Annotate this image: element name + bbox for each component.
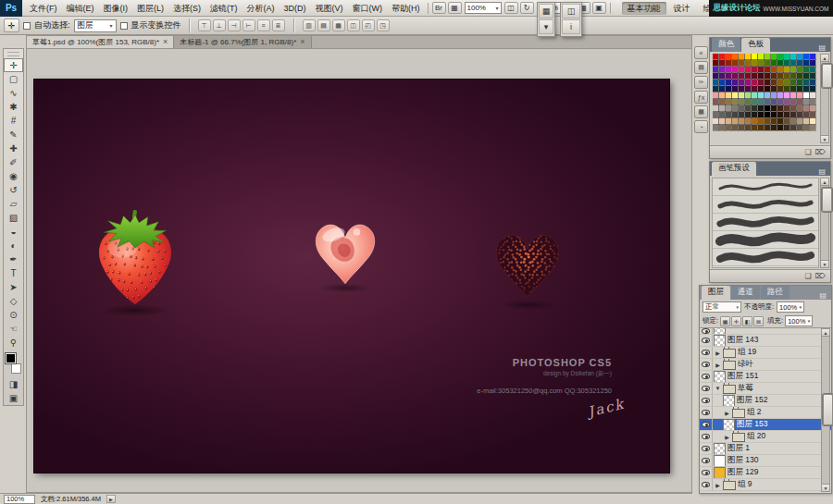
color-swatch[interactable]: [777, 80, 783, 85]
scroll-down-icon[interactable]: ▼: [821, 135, 828, 142]
color-swatch[interactable]: [803, 80, 809, 85]
color-swatch[interactable]: [713, 80, 718, 85]
color-swatch[interactable]: [765, 118, 770, 124]
visibility-toggle[interactable]: [700, 407, 713, 418]
color-swatch[interactable]: [797, 92, 802, 98]
color-swatch[interactable]: [784, 105, 789, 111]
fill-field[interactable]: 100%: [785, 315, 813, 326]
color-swatch[interactable]: [771, 60, 777, 66]
color-swatch[interactable]: [726, 86, 731, 92]
color-swatch[interactable]: [790, 73, 796, 79]
color-swatch[interactable]: [713, 60, 718, 66]
align-icon[interactable]: ≣: [272, 19, 285, 31]
color-swatch[interactable]: [790, 105, 796, 111]
3d-rotate-tool[interactable]: ⊙: [4, 308, 23, 322]
menu-item[interactable]: 图层(L): [132, 0, 168, 17]
color-swatch[interactable]: [790, 60, 796, 66]
color-swatch[interactable]: [765, 92, 770, 98]
color-swatch[interactable]: [719, 125, 725, 130]
layer-group-row[interactable]: ▶组 20: [700, 431, 831, 443]
layer-row[interactable]: 图层 152: [700, 395, 831, 407]
color-swatch[interactable]: [797, 80, 802, 85]
brush-preset[interactable]: [713, 196, 818, 214]
color-swatch[interactable]: [797, 73, 802, 79]
lock-button[interactable]: ◧: [742, 316, 752, 326]
scrollbar[interactable]: ▲ ▼: [821, 328, 830, 492]
menu-item[interactable]: 滤镜(T): [205, 0, 242, 17]
color-swatch[interactable]: [719, 112, 725, 117]
color-swatch[interactable]: [739, 92, 744, 98]
color-swatch[interactable]: [765, 54, 770, 59]
collapsed-panel-button[interactable]: ✑: [694, 76, 708, 89]
collapsed-panel-button[interactable]: ▦: [694, 105, 708, 118]
color-swatch[interactable]: [771, 92, 777, 98]
menu-item[interactable]: 视图(V): [311, 0, 348, 17]
workspace-button[interactable]: 设计: [668, 2, 696, 15]
color-swatch[interactable]: [713, 86, 718, 92]
panel-menu-icon[interactable]: [815, 167, 828, 176]
close-icon[interactable]: [163, 38, 168, 46]
color-swatch[interactable]: [777, 54, 783, 59]
zoom-tool[interactable]: ⚲: [4, 336, 23, 350]
new-brush-button[interactable]: ❏: [805, 272, 812, 280]
color-swatch[interactable]: [732, 112, 738, 117]
color-swatch[interactable]: [732, 118, 738, 124]
color-swatch[interactable]: [732, 99, 738, 104]
color-swatch[interactable]: [803, 73, 809, 79]
color-swatch[interactable]: [758, 99, 764, 104]
color-swatch[interactable]: [810, 118, 815, 124]
scrollbar[interactable]: ▲ ▼: [820, 178, 829, 268]
color-swatch[interactable]: [758, 118, 764, 124]
layer-row[interactable]: 图层 1: [700, 443, 831, 455]
layer-row[interactable]: 图层 153: [700, 419, 831, 431]
document-tab[interactable]: 未标题-1 @ 66.7%(图层 1, RGB/8)*: [174, 36, 311, 48]
color-swatch[interactable]: [777, 99, 783, 104]
color-swatch[interactable]: [784, 80, 789, 85]
document-tab[interactable]: 草莓1.psd @ 100%(图层 153, RGB/8)*: [27, 36, 174, 48]
color-swatch[interactable]: [765, 125, 770, 130]
color-swatch[interactable]: [745, 67, 751, 72]
color-swatch[interactable]: [713, 99, 718, 104]
layer-group-row[interactable]: ▶组 2: [700, 407, 831, 419]
delete-swatch-button[interactable]: ⌦: [815, 148, 826, 156]
menu-item[interactable]: 图像(I): [99, 0, 133, 17]
color-swatch[interactable]: [758, 60, 764, 66]
crop-tool[interactable]: #: [4, 114, 23, 128]
color-swatch[interactable]: [745, 86, 751, 92]
color-swatch[interactable]: [739, 125, 744, 130]
scroll-thumb[interactable]: [823, 394, 833, 425]
layer-group-row[interactable]: ▶组 9: [700, 479, 831, 491]
color-swatch[interactable]: [803, 112, 809, 117]
color-swatch[interactable]: [810, 54, 815, 59]
menu-item[interactable]: 帮助(H): [387, 0, 425, 17]
color-swatch[interactable]: [752, 54, 757, 59]
visibility-toggle[interactable]: [700, 371, 713, 382]
menu-item[interactable]: 编辑(E): [62, 0, 99, 17]
panel-menu-icon[interactable]: [816, 291, 829, 300]
color-swatch[interactable]: [810, 67, 815, 72]
floating-panel-button[interactable]: i: [562, 19, 580, 34]
appbar-icon[interactable]: ↻: [520, 2, 534, 14]
auto-select-checkbox[interactable]: [23, 22, 31, 30]
color-swatch[interactable]: [803, 60, 809, 66]
floating-panel-button[interactable]: ◫: [562, 4, 580, 18]
color-swatch[interactable]: [771, 105, 777, 111]
color-swatch[interactable]: [758, 86, 764, 92]
color-swatch[interactable]: [765, 60, 770, 66]
visibility-toggle[interactable]: [700, 395, 713, 406]
visibility-toggle[interactable]: [700, 383, 713, 394]
distribute-icon[interactable]: ◫: [347, 19, 360, 31]
color-swatch[interactable]: [797, 60, 802, 66]
disclosure-triangle[interactable]: ▶: [715, 482, 721, 488]
color-swatch[interactable]: [719, 80, 725, 85]
color-swatch[interactable]: [726, 80, 731, 85]
color-swatch[interactable]: [810, 92, 815, 98]
eyedropper-tool[interactable]: ✎: [4, 128, 23, 141]
appbar-icon[interactable]: Br: [432, 2, 446, 14]
color-swatch[interactable]: [784, 60, 789, 66]
color-swatch[interactable]: [726, 92, 731, 98]
color-swatch[interactable]: [790, 80, 796, 85]
color-swatch[interactable]: [765, 80, 770, 85]
shape-tool[interactable]: ◇: [4, 294, 23, 308]
color-swatch[interactable]: [810, 73, 815, 79]
